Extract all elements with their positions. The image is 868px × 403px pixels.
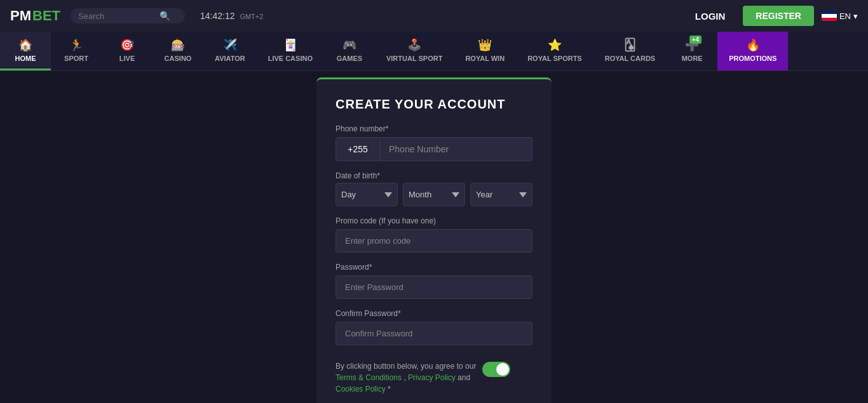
flag-icon: [822, 11, 837, 21]
language-selector[interactable]: EN ▾: [822, 11, 858, 21]
sidebar-item-live[interactable]: 🎯 LIVE: [102, 32, 153, 70]
more-badge: +4: [689, 36, 702, 44]
logo[interactable]: PMBET: [10, 8, 60, 24]
sidebar-item-more[interactable]: ➕ +4 MORE: [667, 32, 717, 70]
sidebar-item-promotions[interactable]: 🔥 PROMOTIONS: [717, 32, 788, 70]
main-content: CREATE YOUR ACCOUNT Phone number* +255 D…: [0, 71, 868, 403]
sport-icon: 🏃: [69, 38, 83, 52]
agree-text: By clicking button below, you agree to o…: [336, 360, 476, 395]
royal-cards-icon: 🂡: [624, 38, 635, 52]
nav-label-aviator: AVIATOR: [215, 55, 245, 62]
sidebar-item-casino[interactable]: 🎰 CASINO: [153, 32, 203, 70]
toggle-thumb: [496, 363, 509, 376]
agreement-section: By clicking button below, you agree to o…: [336, 360, 532, 395]
search-box[interactable]: 🔍: [71, 8, 185, 23]
dob-row: Day Month Year: [336, 183, 532, 206]
search-input[interactable]: [78, 11, 154, 21]
sidebar-item-live-casino[interactable]: 🃏 LIVE CASINO: [257, 32, 324, 70]
royal-win-icon: 👑: [478, 38, 492, 52]
country-code[interactable]: +255: [336, 137, 380, 161]
sidebar-item-virtual-sport[interactable]: 🕹️ VIRTUAL SPORT: [375, 32, 454, 70]
year-select[interactable]: Year: [470, 183, 532, 206]
cookies-link[interactable]: Cookies Policy: [336, 385, 386, 393]
sidebar-item-sport[interactable]: 🏃 SPORT: [51, 32, 102, 70]
day-select[interactable]: Day: [336, 183, 398, 206]
promotions-icon: 🔥: [746, 38, 760, 52]
sidebar-item-games[interactable]: 🎮 GAMES: [324, 32, 375, 70]
virtual-sport-icon: 🕹️: [407, 38, 421, 52]
nav-label-virtual-sport: VIRTUAL SPORT: [386, 55, 442, 62]
navigation: 🏠 HOME 🏃 SPORT 🎯 LIVE 🎰 CASINO ✈️ AVIATO…: [0, 32, 868, 71]
sidebar-item-royal-win[interactable]: 👑 ROYAL WIN: [454, 32, 516, 70]
nav-label-royal-cards: ROYAL CARDS: [605, 55, 655, 62]
phone-input[interactable]: [380, 137, 532, 161]
nav-label-royal-sports: ROYAL SPORTS: [527, 55, 582, 62]
promo-label: Promo code (If you have one): [336, 216, 532, 225]
search-icon: 🔍: [159, 11, 170, 21]
phone-label: Phone number*: [336, 124, 532, 133]
header-right: LOGIN REGISTER EN ▾: [685, 6, 858, 26]
time-display: 14:42:12 GMT+2: [200, 11, 263, 21]
terms-toggle[interactable]: [482, 362, 510, 377]
more-icon-wrap: ➕ +4: [685, 38, 699, 52]
confirm-password-input[interactable]: [336, 322, 532, 345]
nav-label-live-casino: LIVE CASINO: [268, 55, 313, 62]
nav-label-casino: CASINO: [165, 55, 192, 62]
nav-label-more: MORE: [682, 55, 703, 62]
sidebar-item-royal-cards[interactable]: 🂡 ROYAL CARDS: [593, 32, 667, 70]
toggle-track: [482, 362, 510, 377]
registration-form: CREATE YOUR ACCOUNT Phone number* +255 D…: [316, 77, 552, 403]
password-input[interactable]: [336, 275, 532, 299]
live-casino-icon: 🃏: [283, 38, 297, 52]
month-select[interactable]: Month: [403, 183, 465, 206]
privacy-link[interactable]: Privacy Policy: [408, 373, 456, 382]
chevron-down-icon: ▾: [853, 11, 858, 21]
aviator-icon: ✈️: [223, 38, 237, 52]
royal-sports-icon: ⭐: [548, 38, 562, 52]
register-button[interactable]: REGISTER: [743, 6, 814, 26]
dob-label: Date of birth*: [336, 171, 532, 180]
sidebar-item-aviator[interactable]: ✈️ AVIATOR: [203, 32, 257, 70]
live-icon: 🎯: [120, 38, 134, 52]
logo-pm: PM: [10, 8, 31, 24]
nav-label-sport: SPORT: [64, 55, 88, 62]
confirm-password-label: Confirm Password*: [336, 309, 532, 318]
password-label: Password*: [336, 263, 532, 272]
nav-label-live: LIVE: [119, 55, 135, 62]
games-icon: 🎮: [342, 38, 356, 52]
nav-label-home: HOME: [15, 55, 36, 62]
sidebar-item-home[interactable]: 🏠 HOME: [0, 32, 51, 70]
nav-label-royal-win: ROYAL WIN: [465, 55, 505, 62]
terms-link[interactable]: Terms & Conditions: [336, 373, 402, 382]
form-title: CREATE YOUR ACCOUNT: [336, 97, 532, 112]
home-icon: 🏠: [18, 38, 32, 52]
nav-label-games: GAMES: [337, 55, 362, 62]
header: PMBET 🔍 14:42:12 GMT+2 LOGIN REGISTER EN…: [0, 0, 868, 32]
login-button[interactable]: LOGIN: [685, 7, 736, 25]
sidebar-item-royal-sports[interactable]: ⭐ ROYAL SPORTS: [516, 32, 593, 70]
logo-bet: BET: [32, 8, 60, 24]
casino-icon: 🎰: [171, 38, 185, 52]
phone-row: +255: [336, 137, 532, 161]
nav-label-promotions: PROMOTIONS: [729, 55, 776, 62]
promo-input[interactable]: [336, 229, 532, 253]
